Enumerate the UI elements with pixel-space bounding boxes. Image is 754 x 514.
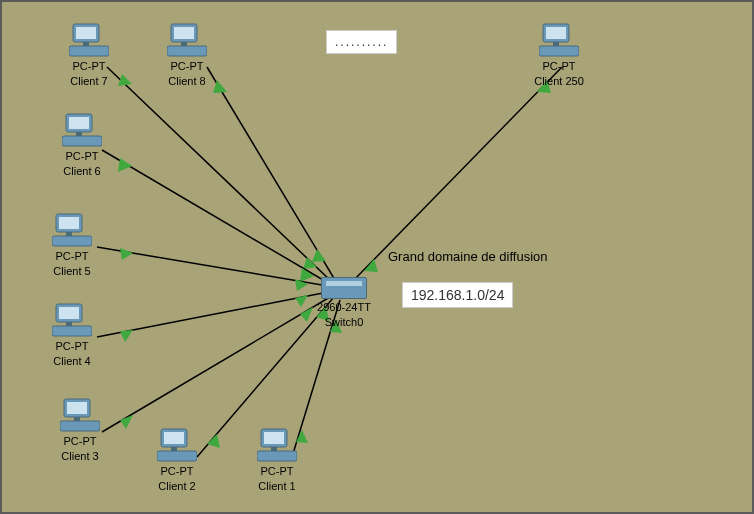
pc-icon: [62, 112, 102, 148]
pc-name-label: Client 8: [162, 75, 212, 88]
pc-icon: [60, 397, 100, 433]
svg-marker-20: [300, 307, 313, 322]
svg-marker-4: [213, 80, 227, 93]
pc-icon: [167, 22, 207, 58]
pc-name-label: Client 2: [152, 480, 202, 493]
pc-type-label: PC-PT: [47, 250, 97, 263]
pc-name-label: Client 5: [47, 265, 97, 278]
svg-rect-45: [52, 236, 92, 246]
pc-name-label: Client 6: [57, 165, 107, 178]
svg-rect-34: [181, 42, 187, 46]
pc-type-label: PC-PT: [162, 60, 212, 73]
pc-type-label: PC-PT: [47, 340, 97, 353]
pc-type-label: PC-PT: [64, 60, 114, 73]
svg-marker-10: [118, 158, 132, 172]
pc-icon: [69, 22, 109, 58]
svg-rect-56: [164, 432, 184, 444]
svg-rect-41: [62, 136, 102, 146]
pc-icon: [157, 427, 197, 463]
svg-marker-14: [295, 279, 308, 291]
broadcast-domain-text: Grand domaine de diffusion: [388, 249, 547, 264]
pc-icon: [257, 427, 297, 463]
pc-name-label: Client 3: [55, 450, 105, 463]
svg-marker-19: [120, 415, 133, 429]
svg-rect-48: [59, 307, 79, 319]
pc-type-label: PC-PT: [534, 60, 584, 73]
svg-marker-2: [303, 257, 317, 269]
svg-rect-61: [257, 451, 297, 461]
svg-marker-11: [300, 268, 314, 282]
pc-client-4[interactable]: PC-PT Client 4: [47, 302, 97, 368]
pc-client-1[interactable]: PC-PT Client 1: [252, 427, 302, 493]
svg-rect-60: [264, 432, 284, 444]
pc-name-label: Client 7: [64, 75, 114, 88]
pc-name-label: Client 250: [534, 75, 584, 88]
switch-0[interactable]: 2960-24TT Switch0: [314, 277, 374, 329]
pc-client-6[interactable]: PC-PT Client 6: [57, 112, 107, 178]
svg-rect-46: [66, 232, 72, 236]
subnet-note[interactable]: 192.168.1.0/24: [402, 282, 513, 308]
svg-rect-28: [76, 27, 96, 39]
svg-marker-1: [118, 74, 132, 86]
svg-line-15: [97, 292, 328, 337]
pc-icon: [539, 22, 579, 58]
pc-client-7[interactable]: PC-PT Client 7: [64, 22, 114, 88]
svg-line-12: [97, 247, 328, 286]
svg-line-3: [207, 67, 335, 280]
pc-type-label: PC-PT: [252, 465, 302, 478]
svg-rect-38: [553, 42, 559, 46]
svg-marker-13: [120, 248, 133, 260]
pc-type-label: PC-PT: [57, 150, 107, 163]
switch-icon: [321, 277, 367, 299]
svg-marker-16: [120, 330, 133, 342]
svg-rect-54: [74, 417, 80, 421]
svg-marker-5: [312, 249, 326, 262]
svg-rect-29: [69, 46, 109, 56]
svg-rect-36: [546, 27, 566, 39]
pc-name-label: Client 1: [252, 480, 302, 493]
svg-rect-42: [76, 132, 82, 136]
pc-client-5[interactable]: PC-PT Client 5: [47, 212, 97, 278]
pc-icon: [52, 212, 92, 248]
pc-icon: [52, 302, 92, 338]
svg-line-0: [107, 67, 332, 282]
svg-rect-44: [59, 217, 79, 229]
svg-rect-50: [66, 322, 72, 326]
pc-type-label: PC-PT: [152, 465, 202, 478]
pc-client-2[interactable]: PC-PT Client 2: [152, 427, 202, 493]
switch-type-label: 2960-24TT: [314, 301, 374, 314]
pc-type-label: PC-PT: [55, 435, 105, 448]
svg-rect-58: [171, 447, 177, 451]
svg-rect-37: [539, 46, 579, 56]
svg-rect-53: [60, 421, 100, 431]
svg-rect-33: [167, 46, 207, 56]
switch-name-label: Switch0: [314, 316, 374, 329]
network-diagram-canvas: PC-PT Client 7 PC-PT Client 8 PC-PT Clie…: [0, 0, 754, 514]
svg-marker-17: [295, 295, 308, 307]
pc-client-3[interactable]: PC-PT Client 3: [55, 397, 105, 463]
svg-line-9: [102, 150, 330, 284]
svg-marker-22: [207, 434, 220, 448]
ellipsis-note[interactable]: ..........: [326, 30, 397, 54]
pc-name-label: Client 4: [47, 355, 97, 368]
svg-marker-8: [364, 259, 378, 272]
svg-rect-57: [157, 451, 197, 461]
links-layer: [2, 2, 752, 512]
svg-rect-32: [174, 27, 194, 39]
pc-client-250[interactable]: PC-PT Client 250: [534, 22, 584, 88]
svg-rect-30: [83, 42, 89, 46]
svg-rect-52: [67, 402, 87, 414]
svg-rect-49: [52, 326, 92, 336]
svg-line-18: [102, 297, 330, 432]
svg-rect-62: [271, 447, 277, 451]
pc-client-8[interactable]: PC-PT Client 8: [162, 22, 212, 88]
svg-rect-40: [69, 117, 89, 129]
